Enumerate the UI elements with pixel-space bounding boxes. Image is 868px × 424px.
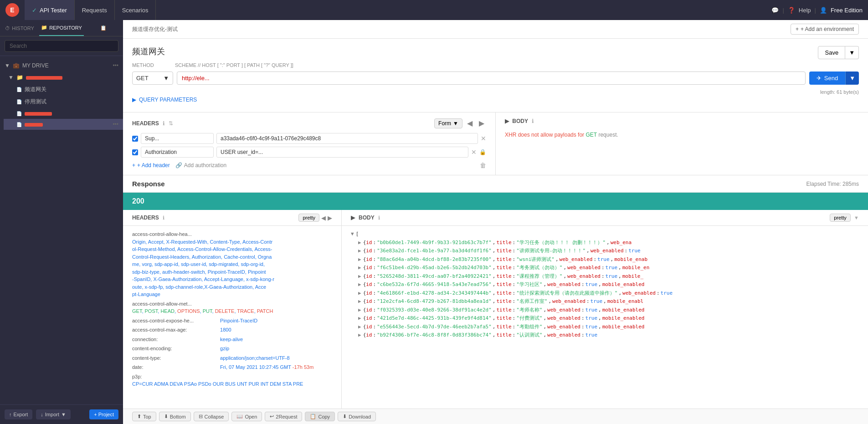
resp-key-6: content-type: xyxy=(132,354,219,362)
body-expand-icon[interactable]: ▶ xyxy=(505,118,509,124)
copy-button[interactable]: 📋 Copy xyxy=(305,412,335,421)
open-button[interactable]: 📖 Open xyxy=(231,412,262,421)
method-label: METHOD xyxy=(132,62,173,68)
project-button[interactable]: + Project xyxy=(89,409,118,419)
expand-icon-10[interactable]: ▶ xyxy=(358,323,361,331)
download-button[interactable]: ⬇ Download xyxy=(338,412,376,421)
resp-val-8: CP=CUR ADMA DEVA PSAo PSDo OUR BUS UNT P… xyxy=(132,380,303,388)
expand-icon-7[interactable]: ▶ xyxy=(358,298,361,306)
expand-icon-3[interactable]: ▶ xyxy=(358,264,361,272)
free-edition-label[interactable]: Free Edition xyxy=(831,7,863,14)
header-lock-1[interactable]: 🔒 xyxy=(479,149,486,155)
query-params-toggle[interactable]: ▶ QUERY PARAMETERS xyxy=(132,95,859,105)
expand-icon-4[interactable]: ▶ xyxy=(358,273,361,281)
sidebar-tab-repository[interactable]: 📁 REPOSITORY xyxy=(39,20,84,36)
header-key-1[interactable] xyxy=(141,147,214,158)
expand-icon-1[interactable]: ▶ xyxy=(358,247,361,255)
expand-icon-0[interactable]: ▶ xyxy=(358,239,361,247)
list-item-redacted-4[interactable]: 📄 ••• xyxy=(4,119,123,130)
top-navigation: E ✓ API Tester Requests Scenarios 💬 | ❓ … xyxy=(0,0,868,20)
add-environment-button[interactable]: + + Add an environment xyxy=(791,24,859,35)
2request-button[interactable]: ↩ 2Request xyxy=(265,412,302,421)
export-button[interactable]: ↑ Export xyxy=(5,409,32,419)
folder-item[interactable]: ▼ 📁 xyxy=(4,72,123,83)
nav-right-arrow[interactable]: ▶ xyxy=(477,118,486,128)
nav-left-arrow[interactable]: ◀ xyxy=(465,118,474,128)
response-nav-left[interactable]: ◀ xyxy=(321,214,326,222)
collapse-icon-2: ⊟ xyxy=(199,414,203,419)
list-item-stop[interactable]: 📄 停用测试 xyxy=(4,96,123,108)
header-delete-1[interactable]: ✕ xyxy=(471,148,477,156)
header-val-1[interactable] xyxy=(216,147,468,158)
header-val-0[interactable] xyxy=(216,133,478,144)
more-icon[interactable]: ••• xyxy=(113,62,118,69)
body-section: ▶ BODY ℹ XHR does not allow payloads for… xyxy=(496,112,868,175)
tab-requests[interactable]: Requests xyxy=(75,0,115,20)
list-item-redacted-3[interactable]: 📄 xyxy=(4,108,123,119)
send-dropdown-button[interactable]: ▼ xyxy=(845,72,859,85)
import-button[interactable]: ↓ Import ▼ xyxy=(36,409,71,419)
headers-sort-icon[interactable]: ⇅ xyxy=(169,120,173,127)
bottom-toolbar: ⬆ Top ⬇ Bottom ⊟ Collapse 📖 Open ↩ 2R xyxy=(123,409,868,424)
response-headers-row: HEADERS ℹ pretty ◀ ▶ ▶ BODY ℹ pretty ▼ xyxy=(123,210,868,226)
response-header: Response Elapsed Time: 285ms xyxy=(123,175,868,193)
table-row: ▶ { id : "36e83a2d-fce1-4b1e-9a77-ba3d4d… xyxy=(351,247,859,255)
method-select[interactable]: GET ▼ xyxy=(132,72,173,85)
export-label: Export xyxy=(14,412,28,417)
response-headers-info-icon: ℹ xyxy=(163,215,164,221)
header-checkbox-0[interactable] xyxy=(132,136,138,142)
table-row: ▶ { id : "f0325393-d03e-40e8-9266-38df91… xyxy=(351,307,859,314)
expand-icon-9[interactable]: ▶ xyxy=(358,315,361,322)
save-dropdown-button[interactable]: ▼ xyxy=(845,46,859,59)
help-label[interactable]: Help xyxy=(799,7,811,14)
expand-icon-2[interactable]: ▶ xyxy=(358,256,361,264)
url-input[interactable] xyxy=(177,72,806,85)
expand-icon-6[interactable]: ▶ xyxy=(358,290,361,297)
sidebar-tab-clipboard[interactable]: 📋 xyxy=(84,20,123,36)
sidebar-tab-history[interactable]: ⏱ HISTORY xyxy=(0,20,39,36)
tab-api-tester[interactable]: ✓ API Tester xyxy=(25,0,75,20)
send-label: Send xyxy=(824,75,838,82)
chevron-down-icon: ▼ xyxy=(5,62,10,69)
body-section-title: ▶ BODY xyxy=(505,118,528,124)
expand-icon-11[interactable]: ▶ xyxy=(358,332,361,339)
list-item-channel[interactable]: 📄 频道网关 xyxy=(4,83,123,96)
header-key-0[interactable] xyxy=(141,133,214,144)
response-body-expand-icon[interactable]: ▶ xyxy=(351,215,355,221)
response-pretty-toggle[interactable]: pretty xyxy=(298,214,319,222)
chat-icon[interactable]: 💬 xyxy=(771,7,779,14)
body-info-text: XHR does not allow payloads for GET requ… xyxy=(505,128,859,142)
save-button[interactable]: Save xyxy=(818,46,845,59)
send-button[interactable]: ✈ Send xyxy=(809,72,845,85)
bottom-button[interactable]: ⬇ Bottom xyxy=(159,412,191,421)
header-delete-0[interactable]: ✕ xyxy=(481,135,486,142)
add-header-button[interactable]: + + Add header xyxy=(132,161,170,169)
top-button[interactable]: ⬆ Top xyxy=(132,412,156,421)
search-input[interactable] xyxy=(5,40,118,52)
response-body-pretty-toggle[interactable]: pretty xyxy=(830,214,851,222)
collapse-button[interactable]: ⊟ Collapse xyxy=(194,412,229,421)
sidebar-tree: ▼ 💼 MY DRIVE ••• ▼ 📁 📄 频道网关 xyxy=(0,56,123,404)
resp-key-2: access-control-expose-he... xyxy=(132,317,219,325)
open-icon: 📖 xyxy=(236,414,243,419)
lock-icon: 🔗 xyxy=(175,162,182,169)
my-drive-header[interactable]: ▼ 💼 MY DRIVE ••• xyxy=(0,60,123,72)
resp-val-2: Pinpoint-TraceID xyxy=(220,317,257,325)
more-icon-4[interactable]: ••• xyxy=(113,121,118,128)
my-drive-label: MY DRIVE xyxy=(22,62,49,69)
add-authorization-button[interactable]: 🔗 Add authorization xyxy=(175,161,226,169)
my-drive-section: ▼ 💼 MY DRIVE ••• ▼ 📁 📄 频道网关 xyxy=(0,60,123,130)
response-nav-right[interactable]: ▶ xyxy=(328,214,332,222)
form-toggle-button[interactable]: Form ▼ xyxy=(434,118,462,128)
folder-name-redacted xyxy=(26,74,62,81)
collapse-icon[interactable]: ▼ xyxy=(351,230,354,238)
app-logo[interactable]: E xyxy=(5,3,19,17)
tab-scenarios[interactable]: Scenarios xyxy=(115,0,156,20)
body-info-icon: ℹ xyxy=(532,118,534,124)
delete-all-headers-button[interactable]: 🗑 xyxy=(480,162,486,169)
plus-icon-2: + xyxy=(132,162,135,169)
expand-icon-8[interactable]: ▶ xyxy=(358,307,361,314)
header-checkbox-1[interactable] xyxy=(132,149,138,155)
add-auth-label: Add authorization xyxy=(184,162,226,169)
expand-icon-5[interactable]: ▶ xyxy=(358,281,361,289)
